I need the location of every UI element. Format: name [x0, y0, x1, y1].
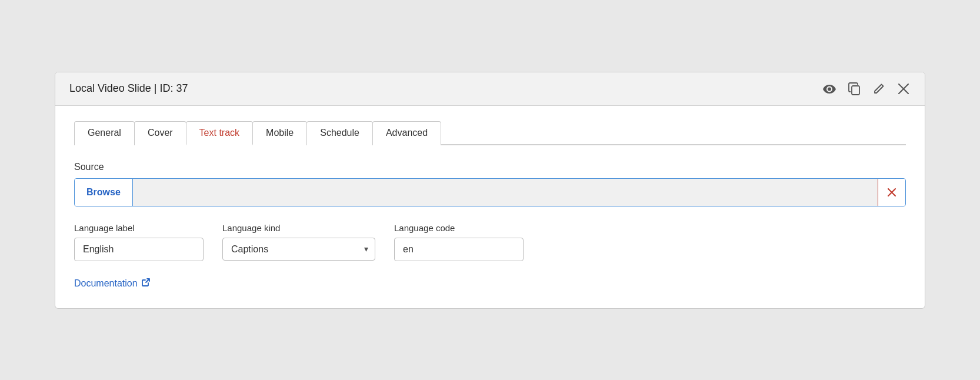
edit-icon[interactable] [872, 82, 886, 96]
svg-rect-0 [852, 86, 859, 95]
documentation-label: Documentation [74, 278, 138, 289]
modal-header: Local Video Slide | ID: 37 [55, 72, 925, 106]
language-kind-select[interactable]: Captions Subtitles Descriptions Chapters… [222, 238, 375, 261]
modal-container: Local Video Slide | ID: 37 [55, 72, 925, 309]
tab-text-track[interactable]: Text track [186, 121, 253, 145]
tab-schedule[interactable]: Schedule [306, 121, 373, 145]
source-section: Source Browse [74, 162, 906, 206]
language-code-label: Language code [394, 223, 524, 233]
copy-icon[interactable] [847, 82, 861, 96]
language-kind-group: Language kind Captions Subtitles Descrip… [222, 223, 375, 261]
browse-button[interactable]: Browse [75, 179, 133, 206]
tabs-container: General Cover Text track Mobile Schedule… [74, 120, 906, 145]
language-label-input[interactable] [74, 238, 204, 261]
external-link-icon [141, 278, 151, 289]
tab-cover[interactable]: Cover [134, 121, 186, 145]
documentation-link[interactable]: Documentation [74, 278, 906, 289]
language-label-label: Language label [74, 223, 204, 233]
fields-row: Language label Language kind Captions Su… [74, 223, 906, 261]
tab-general[interactable]: General [74, 121, 135, 145]
language-kind-label: Language kind [222, 223, 375, 233]
tab-advanced[interactable]: Advanced [372, 121, 441, 145]
clear-button[interactable] [878, 179, 905, 206]
language-label-group: Language label [74, 223, 204, 261]
language-code-input[interactable] [394, 238, 524, 261]
eye-icon[interactable] [822, 82, 836, 96]
header-actions [822, 82, 911, 96]
modal-title: Local Video Slide | ID: 37 [69, 82, 188, 95]
language-code-group: Language code [394, 223, 524, 261]
source-input[interactable] [133, 179, 878, 206]
close-icon[interactable] [896, 82, 911, 96]
source-label: Source [74, 162, 906, 172]
language-kind-select-wrapper: Captions Subtitles Descriptions Chapters… [222, 238, 375, 261]
tab-mobile[interactable]: Mobile [252, 121, 307, 145]
browse-row: Browse [74, 178, 906, 206]
modal-body: General Cover Text track Mobile Schedule… [55, 106, 925, 308]
